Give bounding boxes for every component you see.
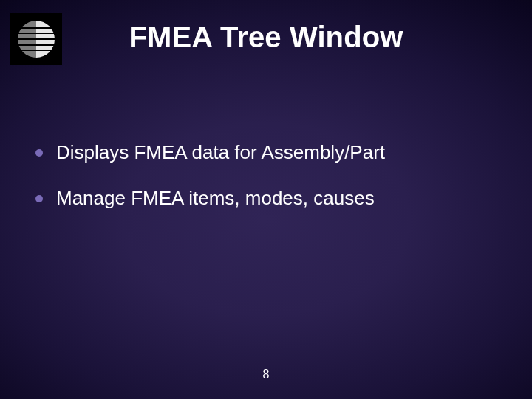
bullet-text: Displays FMEA data for Assembly/Part	[56, 140, 502, 166]
slide-body: Displays FMEA data for Assembly/Part Man…	[35, 140, 502, 232]
bullet-icon	[35, 149, 43, 157]
bullet-icon	[35, 195, 43, 202]
slide-title: FMEA Tree Window	[0, 21, 532, 54]
bullet-item: Displays FMEA data for Assembly/Part	[35, 140, 502, 166]
bullet-text: Manage FMEA items, modes, causes	[56, 186, 502, 211]
bullet-item: Manage FMEA items, modes, causes	[35, 186, 502, 211]
page-number: 8	[0, 368, 532, 381]
slide: FMEA Tree Window Displays FMEA data for …	[0, 0, 532, 399]
